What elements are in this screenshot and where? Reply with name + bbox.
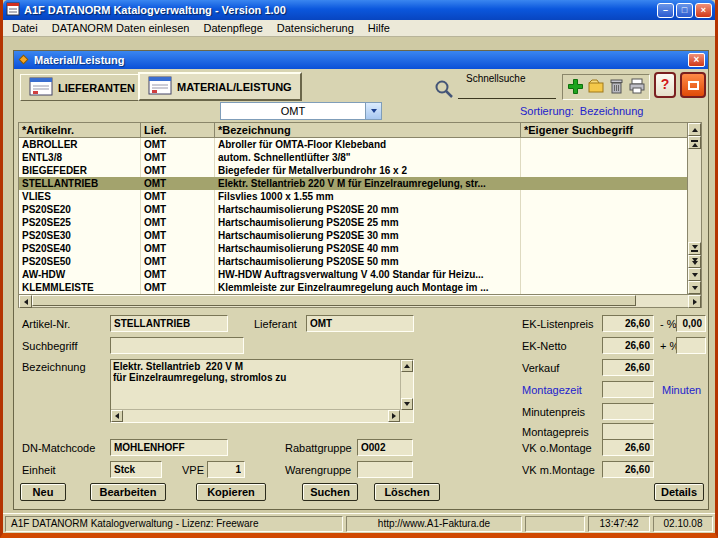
scroll-up-button[interactable] [688, 123, 701, 136]
last-record-button[interactable] [688, 242, 701, 255]
cell-artikelnr: ENTL3/8 [19, 151, 141, 164]
verkauf-field[interactable] [602, 359, 654, 376]
suchen-button[interactable]: Suchen [302, 483, 358, 501]
table-row[interactable]: VLIESOMTFilsvlies 1000 x 1.55 mm [19, 190, 687, 203]
montagepreis-field[interactable] [602, 423, 654, 440]
column-header-artikelnr[interactable]: *Artikelnr. [19, 123, 141, 137]
suchbegriff-field[interactable] [110, 337, 244, 354]
first-record-button[interactable] [688, 136, 701, 149]
table-row[interactable]: PS20SE25OMTHartschaumisolierung PS20SE 2… [19, 216, 687, 229]
menu-item-datei[interactable]: Datei [5, 21, 45, 35]
search-icon [434, 79, 454, 101]
details-button[interactable]: Details [654, 483, 704, 501]
column-header-lieferant[interactable]: Lief. [141, 123, 215, 137]
vpe-field[interactable] [207, 461, 245, 478]
minutenpreis-field[interactable] [602, 403, 654, 420]
ek-listenpreis-field[interactable] [602, 315, 654, 332]
menu-item-hilfe[interactable]: Hilfe [361, 21, 397, 35]
einheit-field[interactable] [110, 461, 162, 478]
warengruppe-field[interactable] [357, 461, 413, 478]
scroll-down-button[interactable] [688, 281, 701, 294]
artikelnr-field[interactable] [110, 315, 228, 332]
textarea-vertical-scrollbar[interactable] [400, 360, 413, 410]
ek-netto-field[interactable] [602, 337, 654, 354]
help-button[interactable]: ? [654, 72, 676, 98]
cell-lief: OMT [141, 177, 215, 190]
textarea-horizontal-scrollbar[interactable] [111, 409, 400, 422]
cell-suchbegriff [521, 138, 687, 151]
dn-matchcode-field[interactable] [110, 439, 228, 456]
close-button[interactable]: × [695, 3, 712, 18]
table-row[interactable]: KLEMMLEISTEOMTKlemmleiste zur Einzelraum… [19, 281, 687, 294]
supplier-filter-select[interactable]: OMT [220, 102, 382, 120]
rabattgruppe-label: Rabattgruppe [285, 442, 352, 454]
vk-o-montage-field[interactable] [602, 439, 654, 456]
column-header-bezeichnung[interactable]: *Bezeichnung [215, 123, 521, 137]
scroll-left-button[interactable] [19, 295, 32, 308]
vk-m-montage-field[interactable] [602, 461, 654, 478]
chevron-down-icon[interactable] [365, 103, 381, 119]
textarea-scroll-up-button[interactable] [401, 360, 413, 372]
cell-artikelnr: PS20SE40 [19, 242, 141, 255]
status-url: http://www.A1-Faktura.de [346, 516, 522, 532]
edit-record-button[interactable] [586, 77, 606, 97]
material-leistung-dialog: Material/Leistung × LIEFERANTEN MATERIAL… [13, 50, 709, 510]
maximize-button[interactable]: □ [676, 3, 693, 18]
cell-suchbegriff [521, 255, 687, 268]
print-button[interactable] [627, 77, 647, 97]
add-record-button[interactable] [565, 77, 585, 97]
cell-lief: OMT [141, 268, 215, 281]
h-scroll-thumb[interactable] [32, 295, 636, 306]
article-table: *Artikelnr. Lief. *Bezeichnung *Eigener … [18, 122, 702, 308]
status-time: 13:47:42 [588, 516, 650, 532]
quick-search-input[interactable] [458, 85, 556, 99]
page-down-button[interactable] [688, 255, 701, 268]
menu-item-datanorm-einlesen[interactable]: DATANORM Daten einlesen [45, 21, 197, 35]
neu-button[interactable]: Neu [20, 483, 66, 501]
loeschen-button[interactable]: Löschen [374, 483, 440, 501]
ek-netto-label: EK-Netto [522, 340, 567, 352]
table-row[interactable]: ENTL3/8OMTautom. Schnellentlüfter 3/8" [19, 151, 687, 164]
table-row[interactable]: BIEGEFEDEROMTBiegefeder für Metallverbun… [19, 164, 687, 177]
table-row[interactable]: ABROLLEROMTAbroller für OMTA-Floor Klebe… [19, 138, 687, 151]
table-row[interactable]: PS20SE30OMTHartschaumisolierung PS20SE 3… [19, 229, 687, 242]
dialog-close-button[interactable]: × [688, 53, 705, 67]
textarea-scroll-right-button[interactable] [388, 410, 400, 422]
rabattgruppe-field[interactable] [357, 439, 413, 456]
status-bar: A1F DATANORM Katalogverwaltung - Lizenz:… [3, 513, 715, 533]
h-scroll-track[interactable] [32, 295, 688, 307]
menu-item-datensicherung[interactable]: Datensicherung [270, 21, 361, 35]
menu-item-datenpflege[interactable]: Datenpflege [196, 21, 269, 35]
textarea-scroll-left-button[interactable] [111, 410, 123, 422]
bezeichnung-textarea[interactable]: Elektr. Stellantrieb 220 V M für Einzelr… [113, 361, 399, 409]
tab-lieferanten[interactable]: LIEFERANTEN [20, 74, 144, 101]
tab-material-leistung[interactable]: MATERIAL/LEISTUNG [138, 72, 302, 101]
scroll-track[interactable] [688, 149, 701, 242]
ek-listenpreis-pct-field[interactable] [676, 315, 706, 332]
delete-record-button[interactable] [606, 77, 626, 97]
minimize-button[interactable]: – [657, 3, 674, 18]
scroll-right-button[interactable] [688, 295, 701, 308]
ek-netto-pct-field[interactable] [676, 337, 706, 354]
kopieren-button[interactable]: Kopieren [196, 483, 266, 501]
table-horizontal-scrollbar[interactable] [19, 294, 701, 307]
menu-bar: Datei DATANORM Daten einlesen Datenpfleg… [3, 20, 715, 37]
lieferant-field[interactable] [306, 315, 414, 332]
table-row[interactable]: PS20SE20OMTHartschaumisolierung PS20SE 2… [19, 203, 687, 216]
table-row[interactable]: AW-HDWOMTHW-HDW Auftragsverwaltung V 4.0… [19, 268, 687, 281]
exit-icon [688, 81, 699, 90]
textarea-scroll-down-button[interactable] [401, 398, 413, 410]
table-row[interactable]: PS20SE40OMTHartschaumisolierung PS20SE 4… [19, 242, 687, 255]
next-record-button[interactable] [688, 268, 701, 281]
status-license: A1F DATANORM Katalogverwaltung - Lizenz:… [5, 516, 343, 532]
table-row[interactable]: PS20SE50OMTHartschaumisolierung PS20SE 5… [19, 255, 687, 268]
warengruppe-label: Warengruppe [285, 464, 351, 476]
bearbeiten-button[interactable]: Bearbeiten [90, 483, 166, 501]
exit-button[interactable] [680, 72, 706, 98]
table-row[interactable]: STELLANTRIEBOMTElektr. Stellantrieb 220 … [19, 177, 687, 190]
montagezeit-field[interactable] [602, 381, 654, 398]
table-vertical-scrollbar[interactable] [687, 123, 701, 294]
column-header-suchbegriff[interactable]: *Eigener Suchbegriff [521, 123, 687, 137]
dialog-icon [17, 53, 30, 68]
printer-icon [628, 78, 646, 96]
